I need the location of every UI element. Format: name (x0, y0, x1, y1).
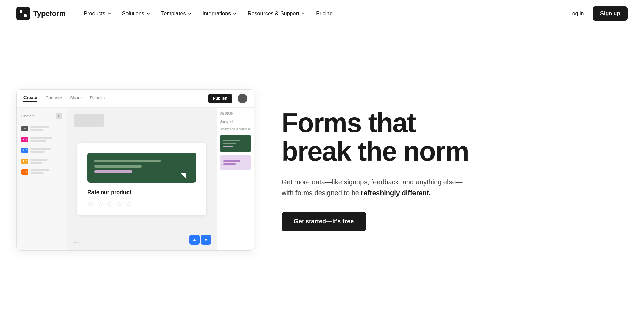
panel-card-light-inner (220, 155, 251, 170)
form-preview-card: Rate our product ☆ ☆ ☆ ☆ ☆ (77, 143, 206, 215)
panel-design-label: Design (220, 112, 251, 115)
form-line-3 (94, 170, 132, 173)
mockup-container: Create Connect Share Results Publish Con… (16, 89, 254, 251)
list-item[interactable]: ★ 3 (20, 157, 63, 165)
tab-results[interactable]: Results (90, 95, 105, 101)
item-badge: ★ 3 (21, 159, 28, 164)
login-button[interactable]: Log in (563, 7, 590, 20)
list-item[interactable] (20, 125, 63, 133)
toggle-icon (238, 94, 247, 103)
star-rating[interactable]: ☆ ☆ ☆ ☆ ☆ (87, 200, 196, 208)
product-mockup: Create Connect Share Results Publish Con… (16, 89, 254, 251)
nav-templates[interactable]: Templates (156, 8, 197, 19)
hero-subtitle-bold: refreshingly different. (361, 189, 431, 197)
nav-up-button[interactable]: ▲ (189, 235, 200, 245)
sidebar-add-button[interactable]: + (56, 113, 62, 119)
svg-rect-0 (20, 10, 22, 13)
hero-section: Create Connect Share Results Publish Con… (0, 27, 644, 312)
mini-lines-dark (222, 140, 249, 147)
form-nav-buttons: ▲ ▼ (189, 235, 211, 245)
mockup-right-panel: Design Brand kit Glossy Locks brand kit (217, 108, 254, 250)
signup-button[interactable]: Sign up (593, 6, 628, 21)
nav-pricing[interactable]: Pricing (311, 8, 337, 19)
chevron-down-icon (233, 12, 237, 16)
nav-resources-label: Resources & Support (248, 11, 299, 17)
star-1[interactable]: ☆ (87, 200, 94, 208)
main-nav: Typeform Products Solutions Templates In… (0, 0, 644, 27)
mockup-main-area: Rate our product ☆ ☆ ☆ ☆ ☆ ... ▲ ▼ (67, 108, 217, 250)
mini-line-5 (223, 163, 236, 165)
logo-icon (16, 7, 30, 20)
chevron-down-icon (107, 12, 111, 16)
list-item[interactable]: " 4 (20, 168, 63, 176)
hero-text: Forms that break the norm Get more data—… (282, 109, 520, 231)
nav-items: Products Solutions Templates Integration… (79, 8, 563, 19)
chevron-down-icon (188, 12, 192, 16)
tab-share[interactable]: Share (70, 95, 82, 101)
nav-solutions[interactable]: Solutions (117, 8, 155, 19)
sidebar-content-label: Content (21, 114, 35, 118)
nav-products[interactable]: Products (79, 8, 116, 19)
nav-actions: Log in Sign up (563, 6, 628, 21)
panel-glossy-label: Glossy Locks brand kit (220, 127, 251, 131)
publish-button[interactable]: Publish (208, 94, 232, 103)
hero-title-line1: Forms that (282, 108, 415, 138)
mockup-sidebar: Content + (17, 108, 67, 250)
list-item[interactable]: ✓ 1 (20, 135, 63, 144)
mini-line-2 (223, 143, 236, 144)
cursor-icon (181, 172, 187, 179)
form-line-1 (94, 160, 161, 162)
star-5[interactable]: ☆ (125, 200, 132, 208)
more-dots[interactable]: ... (72, 238, 80, 245)
list-item[interactable]: ≡ 2 (20, 146, 63, 154)
star-4[interactable]: ☆ (116, 200, 123, 208)
cta-button[interactable]: Get started—it's free (282, 212, 366, 231)
item-badge (21, 126, 28, 131)
item-badge: " 4 (21, 169, 28, 175)
item-badge: ≡ 2 (21, 148, 28, 153)
form-card-dark[interactable] (87, 153, 196, 183)
svg-rect-1 (24, 14, 27, 17)
mini-line-3 (223, 146, 233, 147)
nav-integrations[interactable]: Integrations (198, 8, 242, 19)
star-2[interactable]: ☆ (97, 200, 104, 208)
form-question-text: Rate our product (87, 189, 196, 196)
panel-card-light[interactable] (220, 155, 251, 170)
nav-solutions-label: Solutions (122, 11, 145, 17)
nav-templates-label: Templates (161, 11, 186, 17)
mockup-body: Content + (17, 108, 254, 250)
panel-brand-kit-label: Brand kit (220, 119, 251, 123)
panel-card-dark-inner (220, 135, 251, 152)
svg-rect-3 (24, 129, 25, 129)
brand-name: Typeform (33, 9, 66, 18)
tab-connect[interactable]: Connect (45, 95, 62, 101)
chevron-down-icon (301, 12, 305, 16)
sidebar-header: Content + (20, 113, 63, 119)
hero-subtitle: Get more data—like signups, feedback, an… (282, 177, 472, 198)
mini-lines-light (222, 160, 249, 165)
mockup-tabs: Create Connect Share Results (23, 95, 105, 102)
tab-create[interactable]: Create (23, 95, 37, 102)
chevron-down-icon (146, 12, 150, 16)
nav-products-label: Products (84, 11, 105, 17)
panel-card-dark[interactable] (220, 135, 251, 152)
hero-title-line2: break the norm (282, 136, 469, 166)
logo-link[interactable]: Typeform (16, 7, 66, 20)
hero-title: Forms that break the norm (282, 109, 520, 166)
nav-integrations-label: Integrations (203, 11, 231, 17)
nav-down-button[interactable]: ▼ (201, 235, 211, 245)
mockup-topbar: Create Connect Share Results Publish (17, 90, 254, 108)
mini-line-4 (223, 160, 240, 162)
star-3[interactable]: ☆ (106, 200, 113, 208)
item-badge: ✓ 1 (21, 137, 28, 142)
nav-resources[interactable]: Resources & Support (243, 8, 310, 19)
mini-line-1 (223, 140, 240, 141)
form-line-2 (94, 165, 142, 168)
placeholder-box (74, 114, 104, 127)
nav-pricing-label: Pricing (316, 11, 333, 17)
svg-rect-2 (24, 128, 26, 129)
